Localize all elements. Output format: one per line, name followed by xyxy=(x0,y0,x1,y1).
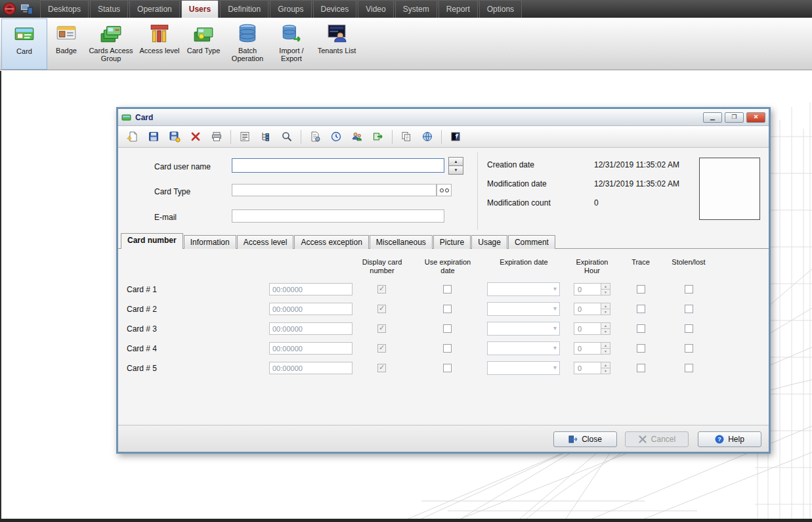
menu-tab-desktops[interactable]: Desktops xyxy=(40,0,89,18)
use-expiration-date-checkbox[interactable] xyxy=(443,285,452,294)
contrast-icon[interactable] xyxy=(450,131,461,142)
tab-access-level[interactable]: Access level xyxy=(237,235,294,249)
email-input[interactable] xyxy=(232,209,444,223)
help-button[interactable]: ? Help xyxy=(698,431,761,447)
tab-usage[interactable]: Usage xyxy=(471,235,507,249)
menu-tab-options[interactable]: Options xyxy=(479,0,522,18)
export-icon[interactable] xyxy=(372,131,384,142)
web-icon[interactable] xyxy=(421,131,433,142)
spinner-arrows[interactable]: ▲▼ xyxy=(601,284,610,295)
ribbon-item-access-level[interactable]: Access level xyxy=(137,18,182,70)
menu-tab-users[interactable]: Users xyxy=(181,0,219,18)
spinner-arrows[interactable]: ▲▼ xyxy=(601,303,610,315)
hierarchy-icon[interactable] xyxy=(260,131,272,142)
expiration-date-dropdown[interactable]: ▾ xyxy=(487,322,560,336)
use-expiration-date-checkbox[interactable] xyxy=(443,305,452,313)
card-number-input[interactable] xyxy=(269,322,353,335)
menu-tab-devices[interactable]: Devices xyxy=(313,0,357,18)
use-expiration-date-checkbox[interactable] xyxy=(443,344,452,353)
display-card-number-checkbox[interactable] xyxy=(377,324,386,333)
display-card-number-checkbox[interactable] xyxy=(377,344,386,353)
ribbon-item-card[interactable]: Card xyxy=(1,18,47,70)
spinner-up-icon[interactable]: ▲ xyxy=(601,362,610,368)
print-icon[interactable] xyxy=(211,131,223,142)
stolen-lost-checkbox[interactable] xyxy=(685,305,693,313)
menu-tab-status[interactable]: Status xyxy=(90,0,128,18)
ribbon-item-batch-operation[interactable]: Batch Operation xyxy=(224,18,270,70)
card-type-input[interactable] xyxy=(232,184,437,196)
ribbon-item-cards-access-group[interactable]: Cards Access Group xyxy=(85,18,137,70)
card-number-input[interactable] xyxy=(269,303,353,315)
tab-miscellaneous[interactable]: Miscellaneous xyxy=(370,235,433,249)
menu-tab-video[interactable]: Video xyxy=(358,0,393,18)
delete-icon[interactable] xyxy=(190,131,202,142)
spinner-arrows[interactable]: ▲▼ xyxy=(601,343,610,354)
tab-comment[interactable]: Comment xyxy=(508,235,555,249)
stolen-lost-checkbox[interactable] xyxy=(685,285,693,294)
expiration-hour-spinner[interactable]: 0▲▼ xyxy=(574,342,610,355)
display-card-number-checkbox[interactable] xyxy=(377,364,386,372)
ribbon-item-badge[interactable]: Badge xyxy=(47,18,85,70)
expiration-date-dropdown[interactable]: ▾ xyxy=(487,302,560,316)
workstation-icon[interactable] xyxy=(20,2,33,16)
display-card-number-checkbox[interactable] xyxy=(377,285,386,294)
maximize-button[interactable]: ❐ xyxy=(725,112,744,123)
save-icon[interactable] xyxy=(148,131,160,142)
card-list-icon[interactable] xyxy=(239,131,251,142)
expiration-date-dropdown[interactable]: ▾ xyxy=(487,361,560,375)
expiration-hour-spinner[interactable]: 0▲▼ xyxy=(574,322,610,335)
app-logo-icon[interactable] xyxy=(3,2,16,16)
menu-tab-system[interactable]: System xyxy=(395,0,437,18)
card-type-lookup-button[interactable] xyxy=(437,184,452,196)
cancel-button[interactable]: Cancel xyxy=(625,431,689,447)
menu-tab-definition[interactable]: Definition xyxy=(220,0,268,18)
expiration-hour-spinner[interactable]: 0▲▼ xyxy=(574,283,610,295)
dialog-titlebar[interactable]: Card ▁ ❐ ✕ xyxy=(118,109,769,126)
ribbon-item-card-type[interactable]: Card Type xyxy=(182,18,224,70)
spinner-down-icon[interactable]: ▼ xyxy=(601,290,610,295)
spinner-up-icon[interactable]: ▲ xyxy=(601,343,610,349)
close-button[interactable]: Close xyxy=(553,431,617,447)
copy-icon[interactable] xyxy=(400,131,412,142)
stolen-lost-checkbox[interactable] xyxy=(685,324,693,333)
use-expiration-date-checkbox[interactable] xyxy=(443,364,452,372)
clock-icon[interactable] xyxy=(330,131,342,142)
spinner-down-icon[interactable]: ▼ xyxy=(448,165,463,175)
spinner-down-icon[interactable]: ▼ xyxy=(601,329,610,334)
ribbon-item-tenants-list[interactable]: Tenants List xyxy=(312,18,361,70)
minimize-button[interactable]: ▁ xyxy=(703,112,722,123)
expiration-date-dropdown[interactable]: ▾ xyxy=(487,282,560,296)
report-icon[interactable] xyxy=(309,131,321,142)
spinner-up-icon[interactable]: ▲ xyxy=(601,284,610,290)
card-number-input[interactable] xyxy=(269,342,353,355)
spinner-up-icon[interactable]: ▲ xyxy=(601,303,610,309)
operators-icon[interactable] xyxy=(351,131,363,142)
spinner-down-icon[interactable]: ▼ xyxy=(601,349,610,354)
new-icon[interactable] xyxy=(127,131,139,142)
ribbon-item-import-export[interactable]: Import / Export xyxy=(270,18,312,70)
close-window-button[interactable]: ✕ xyxy=(746,112,765,123)
menu-tab-groups[interactable]: Groups xyxy=(270,0,311,18)
spinner-up-icon[interactable]: ▲ xyxy=(448,157,463,165)
expiration-date-dropdown[interactable]: ▾ xyxy=(487,341,560,355)
expiration-hour-spinner[interactable]: 0▲▼ xyxy=(574,303,610,315)
card-number-input[interactable] xyxy=(269,283,353,295)
spinner-down-icon[interactable]: ▼ xyxy=(601,309,610,315)
use-expiration-date-checkbox[interactable] xyxy=(443,324,452,333)
trace-checkbox[interactable] xyxy=(637,285,645,294)
card-picture-box[interactable] xyxy=(699,158,760,220)
trace-checkbox[interactable] xyxy=(637,324,645,333)
menu-tab-report[interactable]: Report xyxy=(438,0,478,18)
display-card-number-checkbox[interactable] xyxy=(377,305,386,313)
trace-checkbox[interactable] xyxy=(637,305,645,313)
spinner-down-icon[interactable]: ▼ xyxy=(601,368,610,374)
spinner-arrows[interactable]: ▲▼ xyxy=(601,323,610,334)
search-icon[interactable] xyxy=(281,131,293,142)
tab-information[interactable]: Information xyxy=(184,235,236,249)
spinner-arrows[interactable]: ▲▼ xyxy=(601,362,610,374)
tab-card-number[interactable]: Card number xyxy=(121,233,183,249)
card-number-input[interactable] xyxy=(269,362,353,374)
spinner-up-icon[interactable]: ▲ xyxy=(601,323,610,329)
card-user-name-input[interactable] xyxy=(232,158,444,173)
card-user-name-spinner[interactable]: ▲ ▼ xyxy=(448,157,463,175)
